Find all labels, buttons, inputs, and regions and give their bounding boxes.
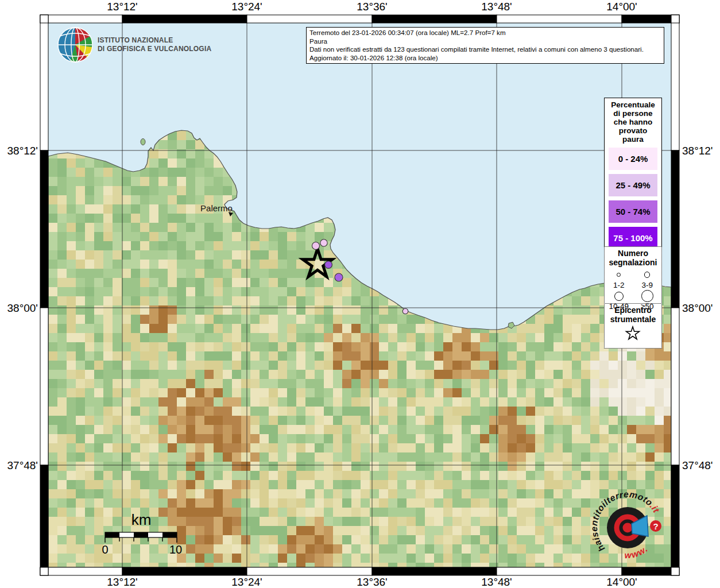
size-class-3-9: 3-9 — [633, 268, 662, 289]
axis-label-bottom-4: 14°00' — [606, 576, 637, 588]
axis-label-bottom-0: 13°12' — [107, 576, 138, 588]
axis-label-top-4: 14°00' — [606, 1, 637, 13]
axis-label-bottom-1: 13°24' — [231, 576, 262, 588]
report-dot — [325, 261, 332, 269]
axis-label-right-2: 37°48' — [682, 459, 713, 471]
size-dot-icon — [617, 273, 621, 277]
event-info-box: Terremoto del 23-01-2026 00:34:07 (ora l… — [306, 27, 664, 64]
size-class-1-2: 1-2 — [605, 268, 633, 289]
event-disclaimer: Dati non verificati estratti da 123 ques… — [309, 45, 661, 54]
axis-label-top-3: 13°48' — [481, 1, 512, 13]
small-island — [141, 139, 145, 145]
axis-label-left-0: 38°12' — [7, 145, 38, 157]
report-dot — [320, 239, 327, 246]
event-effect: Paura — [309, 37, 661, 46]
city-label: Palermo — [200, 203, 233, 213]
ingv-line1: ISTITUTO NAZIONALE — [98, 36, 235, 45]
report-dot — [312, 242, 320, 250]
map-legend: Percentuale di persone che hanno provato… — [604, 98, 662, 349]
ingv-line2: DI GEOFISICA E VULCANOLOGIA — [98, 45, 235, 53]
legend-fear-title: Percentuale di persone che hanno provato… — [605, 98, 661, 144]
axis-label-top-0: 13°12' — [107, 1, 138, 13]
fear-swatch-75-100: 75 - 100% — [609, 227, 657, 249]
report-dot — [335, 273, 343, 281]
axis-label-top-1: 13°24' — [231, 1, 262, 13]
macroseismic-map-page: Palermo km 0 10 haisentitoilterremoto.it — [0, 0, 720, 588]
legend-fear-section: Percentuale di persone che hanno provato… — [604, 98, 662, 247]
scale-end-label: 10 — [169, 543, 182, 556]
fear-swatch-50-74: 50 - 74% — [609, 200, 657, 223]
axis-label-bottom-2: 13°36' — [357, 576, 388, 588]
event-title: Terremoto del 23-01-2026 00:34:07 (ora l… — [309, 29, 661, 37]
epicenter-legend-star-icon — [605, 325, 661, 343]
ingv-logo — [56, 25, 95, 64]
size-dot-icon — [641, 290, 653, 302]
legend-reports-section: Numero segnalazioni 1-2 3-9 10-49 ≥50 — [604, 246, 662, 304]
scale-unit-label: km — [131, 511, 152, 528]
axis-label-left-2: 37°48' — [7, 459, 38, 471]
fear-swatch-25-49: 25 - 49% — [609, 174, 657, 196]
event-updated: Aggiornato il: 30-01-2026 12:38 (ora loc… — [309, 54, 661, 63]
axis-label-right-1: 38°00' — [682, 302, 713, 314]
ingv-wordmark: ISTITUTO NAZIONALE DI GEOFISICA E VULCAN… — [98, 36, 235, 53]
scale-start-label: 0 — [102, 543, 108, 556]
fear-swatch-0-24: 0 - 24% — [609, 148, 657, 170]
question-glyph: ? — [653, 521, 658, 531]
legend-reports-title: Numero segnalazioni — [605, 247, 661, 267]
size-dot-icon — [644, 272, 650, 277]
axis-label-top-2: 13°36' — [357, 1, 388, 13]
size-dot-icon — [614, 292, 624, 301]
axis-label-right-0: 38°12' — [682, 145, 713, 157]
report-dot — [402, 308, 408, 314]
axis-label-bottom-3: 13°48' — [481, 576, 512, 588]
axis-label-left-1: 38°00' — [7, 302, 38, 314]
